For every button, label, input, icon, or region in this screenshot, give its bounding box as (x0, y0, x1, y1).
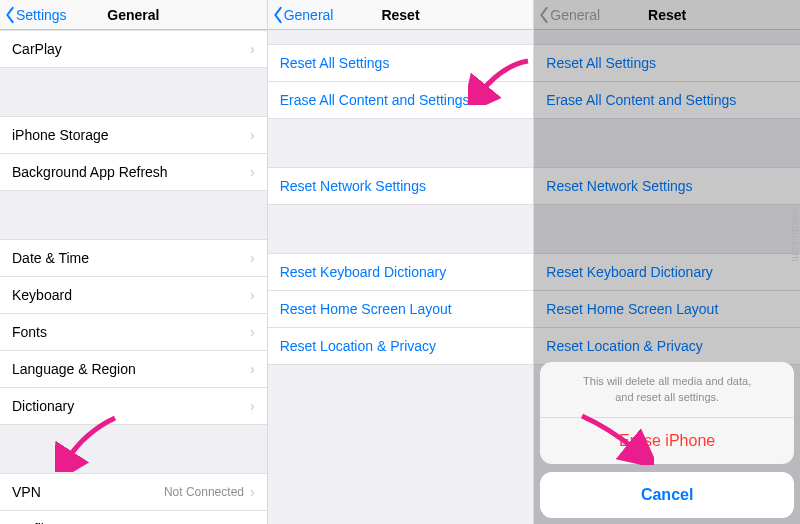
back-label: Settings (16, 7, 67, 23)
chevron-right-icon: › (250, 250, 255, 266)
row-profile[interactable]: ProfileiOS 13 & iPadOS 13 Beta Software … (0, 511, 267, 524)
row-reset-location[interactable]: Reset Location & Privacy (268, 328, 534, 365)
chevron-left-icon (272, 6, 284, 24)
back-settings[interactable]: Settings (0, 6, 67, 24)
row-label: Reset Network Settings (280, 178, 426, 194)
row-erase-all[interactable]: Erase All Content and Settings (268, 82, 534, 119)
row-reset-keyboard[interactable]: Reset Keyboard Dictionary (268, 253, 534, 291)
chevron-left-icon (4, 6, 16, 24)
chevron-right-icon: › (250, 484, 255, 500)
row-label: Background App Refresh (12, 164, 168, 180)
row-dictionary[interactable]: Dictionary› (0, 388, 267, 425)
row-background-refresh[interactable]: Background App Refresh› (0, 154, 267, 191)
row-reset-home[interactable]: Reset Home Screen Layout (268, 291, 534, 328)
row-label: Fonts (12, 324, 47, 340)
cancel-button[interactable]: Cancel (540, 472, 794, 518)
chevron-right-icon: › (250, 41, 255, 57)
panel-reset-sheet: General Reset Reset All SettingsErase Al… (533, 0, 800, 524)
row-iphone-storage[interactable]: iPhone Storage› (0, 116, 267, 154)
chevron-right-icon: › (250, 361, 255, 377)
row-label: Dictionary (12, 398, 74, 414)
navbar-general: Settings General (0, 0, 267, 30)
back-label: General (284, 7, 334, 23)
nav-title: Reset (381, 7, 419, 23)
erase-iphone-button[interactable]: Erase iPhone (540, 418, 794, 464)
row-label: Reset All Settings (280, 55, 390, 71)
chevron-right-icon: › (250, 127, 255, 143)
watermark: wsxdn.com (791, 207, 801, 262)
row-keyboard[interactable]: Keyboard› (0, 277, 267, 314)
sheet-message: This will delete all media and data, and… (540, 362, 794, 418)
row-date-time[interactable]: Date & Time› (0, 239, 267, 277)
panel-general-body: CarPlay›iPhone Storage›Background App Re… (0, 30, 267, 524)
chevron-right-icon: › (250, 164, 255, 180)
navbar-reset: General Reset (268, 0, 534, 30)
action-sheet: This will delete all media and data, and… (540, 362, 794, 518)
chevron-right-icon: › (250, 398, 255, 414)
panel-general: Settings General CarPlay›iPhone Storage›… (0, 0, 267, 524)
panel-reset: General Reset Reset All SettingsErase Al… (267, 0, 534, 524)
row-label: Reset Home Screen Layout (280, 301, 452, 317)
panel-reset-body: Reset All SettingsErase All Content and … (268, 30, 534, 365)
chevron-right-icon: › (250, 324, 255, 340)
row-language-region[interactable]: Language & Region› (0, 351, 267, 388)
back-general[interactable]: General (268, 6, 334, 24)
row-label: Date & Time (12, 250, 89, 266)
row-label: Reset Location & Privacy (280, 338, 436, 354)
row-reset-network[interactable]: Reset Network Settings (268, 167, 534, 205)
row-value: Not Connected (164, 485, 244, 499)
nav-title: General (107, 7, 159, 23)
chevron-right-icon: › (250, 287, 255, 303)
row-label: VPN (12, 484, 41, 500)
row-label: Reset Keyboard Dictionary (280, 264, 447, 280)
row-label: Erase All Content and Settings (280, 92, 470, 108)
row-vpn[interactable]: VPNNot Connected› (0, 473, 267, 511)
row-label: Language & Region (12, 361, 136, 377)
row-carplay[interactable]: CarPlay› (0, 30, 267, 68)
row-label: CarPlay (12, 41, 62, 57)
row-label: iPhone Storage (12, 127, 109, 143)
row-label: Keyboard (12, 287, 72, 303)
row-reset-all[interactable]: Reset All Settings (268, 44, 534, 82)
row-fonts[interactable]: Fonts› (0, 314, 267, 351)
